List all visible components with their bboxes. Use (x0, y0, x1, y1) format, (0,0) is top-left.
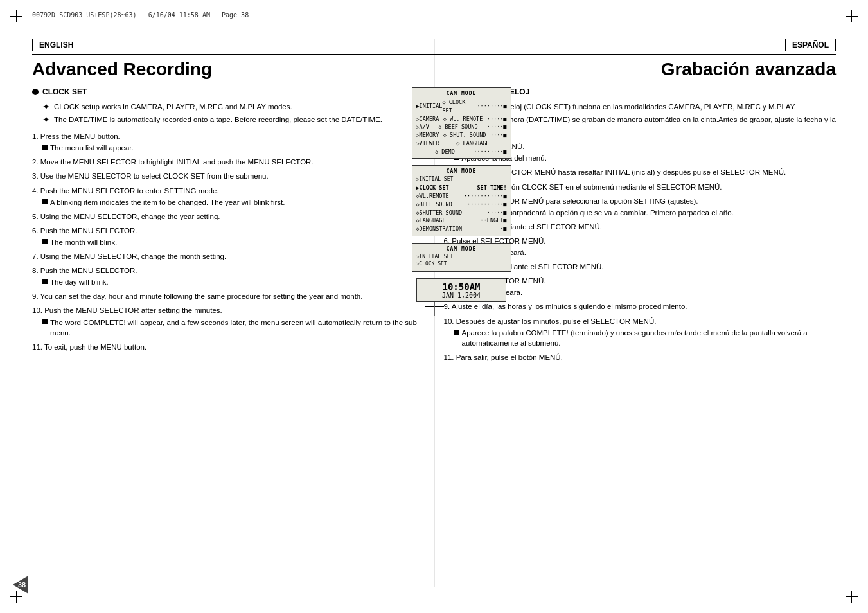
spanish-bullet-2-text: La fecha y la hora (DATE/TIME) se graban… (466, 114, 837, 135)
english-step-11: 11. To exit, push the MENU button. (32, 342, 425, 352)
spanish-bullet-2: ✦ La fecha y la hora (DATE/TIME) se grab… (454, 114, 837, 135)
spanish-title: Grabación avanzada (661, 59, 836, 80)
screen1-row-5: ▷VIEWER◇ LANGUAGE (416, 139, 507, 148)
english-bullet-1: ✦ CLOCK setup works in CAMERA, PLAYER, M… (42, 102, 425, 112)
reg-mark-tl (10, 10, 29, 29)
square-bullet (42, 199, 48, 204)
english-steps: 1. Press the MENU button. The menu list … (32, 131, 425, 352)
screen2-title: CAM MODE (416, 168, 507, 174)
screen4-time: 10:50AM (421, 281, 502, 292)
english-step-2: 2. Move the MENU SELECTOR to highlight I… (32, 157, 425, 167)
screen1-row-4: ▷MEMORY◇ SHUT. SOUND····■ (416, 131, 507, 139)
english-clock-set-header: CLOCK SET (32, 87, 425, 96)
language-headers: ENGLISH ESPAÑOL (32, 39, 836, 51)
square-bullet (42, 279, 48, 284)
screen-mockup-4: 10:50AM JAN 1,2004 (416, 278, 506, 302)
square-bullet (42, 145, 48, 150)
document-meta: 00792D SCD903 US+ESP(28~63) 6/16/04 11:5… (32, 12, 249, 19)
english-bullet-2: ✦ The DATE/TIME is automatically recorde… (42, 114, 425, 125)
english-step-8: 8. Push the MENU SELECTOR. The day will … (32, 265, 425, 287)
screen1-title: CAM MODE (416, 91, 507, 96)
english-step-1: 1. Press the MENU button. The menu list … (32, 131, 425, 153)
screen-mockup-3: CAM MODE ▷INITIAL SET ▷CLOCK SET (412, 243, 511, 272)
english-step-4: 4. Push the MENU SELECTOR to enter SETTI… (32, 186, 425, 208)
english-bullet-1-text: CLOCK setup works in CAMERA, PLAYER, M.R… (54, 102, 292, 112)
english-step-1-sub-1: The menu list will appear. (42, 143, 425, 153)
square-bullet (42, 239, 48, 244)
two-columns: CLOCK SET ✦ CLOCK setup works in CAMERA,… (32, 87, 836, 587)
spanish-step-11: 11. Para salir, pulse el botón MENÚ. (444, 352, 837, 362)
plus-icon-2: ✦ (42, 115, 50, 124)
page-titles: Advanced Recording Grabación avanzada (32, 59, 836, 80)
screen1-row-3: ▷A/V◇ BEEF SOUND·····■ (416, 123, 507, 131)
doc-page-ref: Page 38 (222, 12, 249, 19)
spanish-step-6-sub-1: El mes parpadeará. (454, 247, 837, 258)
doc-id: 00792D SCD903 US+ESP(28~63) (32, 12, 137, 19)
spanish-step-9: 9. Ajuste el día, las horas y los minuto… (444, 301, 837, 312)
screen3-subtitle2: ▷CLOCK SET (416, 261, 507, 267)
screen3-subtitle1: ▷INITIAL SET (416, 254, 507, 260)
page-number-text: 38 (18, 581, 26, 589)
reg-mark-br (839, 584, 858, 603)
bullet-icon (32, 89, 39, 95)
english-clock-bullets: ✦ CLOCK setup works in CAMERA, PLAYER, M… (42, 102, 425, 125)
screen2-row-3: ◇BEEF SOUND···········■ (416, 200, 507, 209)
screen2-row-4: ◇SHUTTER SOUND·····■ (416, 209, 507, 217)
spanish-step-10-sub-1: Aparece la palabra COMPLETE! (terminado)… (454, 328, 837, 348)
square-bullet (42, 319, 48, 324)
english-step-9: 9. You can set the day, hour and minute … (32, 291, 425, 301)
spanish-bullet-1-text: El ajuste del reloj (CLOCK SET) funciona… (466, 102, 797, 112)
screen2-row-2: ◇WL.REMOTE············■ (416, 192, 507, 200)
spanish-step-8-sub-1: El día parpadeará. (454, 287, 837, 298)
english-step-4-sub-1: A blinking item indicates the item to be… (42, 197, 425, 208)
english-badge: ENGLISH (32, 39, 80, 51)
spanish-clock-bullets: ✦ El ajuste del reloj (CLOCK SET) funcio… (454, 102, 837, 135)
spanish-bullet-1: ✦ El ajuste del reloj (CLOCK SET) funcio… (454, 102, 837, 112)
english-bullet-2-text: The DATE/TIME is automatically recorded … (54, 114, 382, 125)
header-divider (32, 54, 836, 55)
main-content: ENGLISH ESPAÑOL Advanced Recording Graba… (32, 39, 836, 587)
screen1-row-2: ▷CAMERA◇ WL. REMOTE·····■ (416, 115, 507, 123)
spanish-step-4-sub-1: En la pantalla parpadeará la opción que … (454, 208, 837, 218)
english-step-8-sub-1: The day will blink. (42, 277, 425, 287)
screen-mockup-1: CAM MODE ▶INITIAL◇ CLOCK SET········■ ▷C… (412, 87, 511, 159)
english-step-10-sub-1: The word COMPLETE! will appear, and a fe… (42, 317, 425, 338)
plus-icon-1: ✦ (42, 102, 50, 111)
english-step-6: 6. Push the MENU SELECTOR. The month wil… (32, 226, 425, 247)
english-step-5: 5. Using the MENU SELECTOR, change the y… (32, 211, 425, 222)
screen-mockup-2: CAM MODE ▷INITIAL SET ▶CLOCK SETSET TIME… (412, 165, 511, 236)
english-clock-set-label: CLOCK SET (42, 87, 87, 96)
english-column: CLOCK SET ✦ CLOCK setup works in CAMERA,… (32, 87, 425, 587)
spanish-badge: ESPAÑOL (785, 39, 836, 51)
page-number-container: 38 (13, 576, 30, 594)
screen4-date: JAN 1,2004 (421, 292, 502, 299)
doc-date: 6/16/04 11:58 AM (148, 12, 210, 19)
english-title: Advanced Recording (32, 59, 212, 80)
spanish-step-1-sub-1: Aparece la lista del menú. (454, 153, 837, 163)
screen2-row-5: ◇LANGUAGE··ENGLI■ (416, 217, 507, 225)
english-step-7: 7. Using the MENU SELECTOR, change the m… (32, 251, 425, 262)
screen-mockups: CAM MODE ▶INITIAL◇ CLOCK SET········■ ▷C… (412, 87, 511, 302)
english-step-3: 3. Use the MENU SELECTOR to select CLOCK… (32, 171, 425, 181)
screen2-row-6: ◇DEMONSTRATION·■ (416, 225, 507, 233)
screen1-row-6: ◇ DEMO·········■ (416, 148, 507, 156)
screen2-subtitle: ▷INITIAL SET (416, 176, 507, 182)
reg-mark-tr (839, 10, 858, 29)
screen1-row-1: ▶INITIAL◇ CLOCK SET········■ (416, 98, 507, 115)
screen3-title: CAM MODE (416, 246, 507, 252)
english-step-10: 10. Push the MENU SELECTOR after setting… (32, 305, 425, 337)
english-step-6-sub-1: The month will blink. (42, 237, 425, 247)
page: 00792D SCD903 US+ESP(28~63) 6/16/04 11:5… (0, 0, 868, 613)
square-bullet-es (454, 330, 459, 335)
spanish-step-10: 10. Después de ajustar los minutos, puls… (444, 316, 837, 348)
screen2-row-1: ▶CLOCK SETSET TIME! (416, 184, 507, 192)
